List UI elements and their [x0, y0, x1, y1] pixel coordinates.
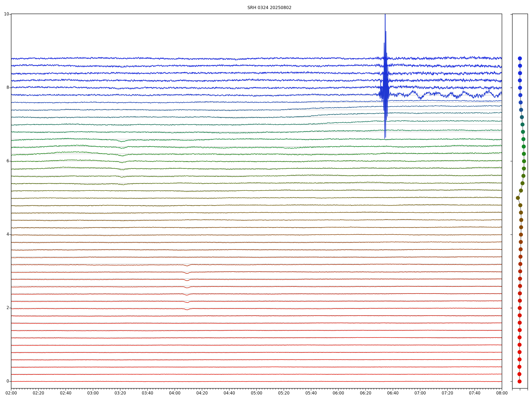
x-tick-label: 08:00: [496, 391, 508, 396]
y-tick-label: 6: [0, 159, 9, 163]
x-tick-label: 04:40: [223, 391, 235, 396]
x-tick-label: 03:00: [87, 391, 99, 396]
y-tick-label: 0: [0, 379, 9, 384]
x-tick-label: 05:40: [305, 391, 317, 396]
x-tick-label: 03:40: [142, 391, 153, 396]
x-tick-label: 03:20: [114, 391, 126, 396]
y-tick-label: 2: [0, 305, 9, 310]
y-tick-label: 8: [0, 85, 9, 90]
x-tick-label: 02:00: [5, 391, 17, 396]
plot-canvas: [0, 0, 532, 399]
x-tick-label: 07:40: [469, 391, 480, 396]
x-tick-label: 06:00: [332, 391, 344, 396]
x-tick-label: 04:00: [169, 391, 180, 396]
x-tick-label: 07:20: [442, 391, 453, 396]
y-tick-label: 4: [0, 232, 9, 237]
drift-trace-figure: SRH 0324 20250802 02:0002:2002:4003:0003…: [0, 0, 532, 399]
x-tick-label: 05:00: [251, 391, 262, 396]
x-tick-label: 06:40: [387, 391, 398, 396]
x-tick-label: 05:20: [278, 391, 289, 396]
y-tick-label: 10: [0, 12, 9, 16]
x-tick-label: 06:20: [360, 391, 371, 396]
plot-title: SRH 0324 20250802: [247, 5, 292, 10]
x-tick-label: 02:40: [60, 391, 71, 396]
x-tick-label: 02:20: [33, 391, 44, 396]
x-tick-label: 07:00: [414, 391, 426, 396]
x-tick-label: 04:20: [196, 391, 208, 396]
